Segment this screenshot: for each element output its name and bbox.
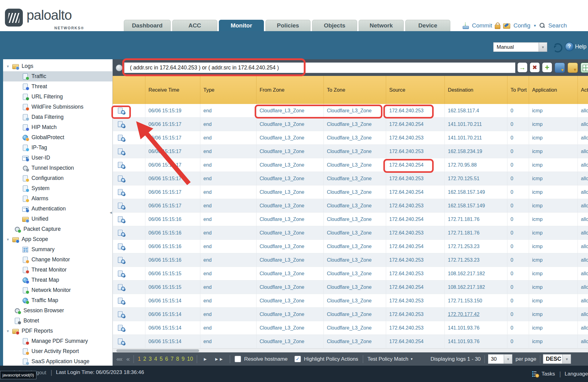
- log-table-row[interactable]: 06/06 15:15:14endCloudflare_L3_ZoneCloud…: [113, 335, 588, 348]
- col-detail[interactable]: [113, 76, 145, 104]
- log-detail-icon[interactable]: [118, 230, 125, 236]
- cell-destination[interactable]: 162.158.157.149: [444, 185, 507, 199]
- log-table-row[interactable]: 06/06 15:15:14endCloudflare_L3_ZoneCloud…: [113, 321, 588, 335]
- cell-source[interactable]: 172.64.240.253: [386, 131, 444, 144]
- sidebar-item-ip-tag[interactable]: IP-Tag: [3, 143, 112, 153]
- cell-type[interactable]: end: [200, 280, 256, 294]
- sidebar-item-user-id[interactable]: User-ID: [3, 153, 112, 163]
- sidebar-item-session-browser[interactable]: Session Browser: [3, 305, 112, 316]
- log-detail-icon[interactable]: [118, 135, 125, 141]
- cell-action[interactable]: allow: [578, 185, 588, 199]
- cell-from-zone[interactable]: Cloudflare_L3_Zone: [256, 199, 323, 212]
- log-detail-icon[interactable]: [118, 243, 125, 250]
- cell-to-port[interactable]: 0: [507, 199, 529, 212]
- log-detail-icon[interactable]: [118, 271, 125, 277]
- cell-source[interactable]: 172.64.240.253: [386, 104, 444, 117]
- cell-source[interactable]: 172.64.240.253: [386, 321, 444, 334]
- page-number-9[interactable]: 9: [181, 356, 185, 362]
- cell-receive-time[interactable]: 06/06 15:15:16: [145, 240, 200, 253]
- add-filter-button[interactable]: +: [542, 63, 552, 72]
- log-table-row[interactable]: 06/06 15:15:14endCloudflare_L3_ZoneCloud…: [113, 308, 588, 321]
- per-page-select[interactable]: 30 ▼: [488, 354, 512, 364]
- log-table-row[interactable]: 06/06 15:15:16endCloudflare_L3_ZoneCloud…: [113, 253, 588, 267]
- cell-to-zone[interactable]: Cloudflare_L3_Zone: [323, 253, 386, 267]
- cell-action[interactable]: allow: [578, 131, 588, 144]
- cell-source[interactable]: 172.64.240.253: [386, 294, 444, 307]
- sidebar-item-traffic-map[interactable]: Traffic Map: [3, 295, 112, 305]
- tree-expander-icon[interactable]: ▼: [6, 238, 12, 241]
- sidebar-item-app-scope[interactable]: ▼App Scope: [3, 234, 112, 244]
- cell-destination[interactable]: 172.70.177.42: [444, 308, 507, 321]
- cell-receive-time[interactable]: 06/06 15:15:16: [145, 253, 200, 267]
- cell-destination[interactable]: 141.101.70.211: [444, 118, 507, 131]
- cell-to-zone[interactable]: Cloudflare_L3_Zone: [323, 145, 386, 158]
- page-number-7[interactable]: 7: [171, 356, 174, 362]
- log-table-row[interactable]: 06/06 15:15:15endCloudflare_L3_ZoneCloud…: [113, 280, 588, 294]
- cell-to-port[interactable]: 0: [507, 226, 529, 239]
- log-detail-icon[interactable]: [118, 216, 125, 222]
- log-table-row[interactable]: 06/06 15:15:17endCloudflare_L3_ZoneCloud…: [113, 145, 588, 158]
- clear-filter-button[interactable]: ✖: [530, 63, 540, 72]
- cell-from-zone[interactable]: Cloudflare_L3_Zone: [256, 294, 323, 307]
- cell-application[interactable]: icmp: [529, 226, 578, 239]
- cell-receive-time[interactable]: 06/06 15:15:14: [145, 294, 200, 307]
- cell-to-zone[interactable]: Cloudflare_L3_Zone: [323, 158, 386, 172]
- cell-application[interactable]: icmp: [529, 267, 578, 280]
- cell-destination[interactable]: 141.101.93.76: [444, 321, 507, 334]
- cell-destination[interactable]: 141.101.70.211: [444, 131, 507, 144]
- sidebar-item-saas-application-usage[interactable]: SaaS Application Usage: [3, 356, 112, 366]
- sidebar-item-data-filtering[interactable]: Data Filtering: [3, 112, 112, 122]
- cell-from-zone[interactable]: Cloudflare_L3_Zone: [256, 335, 323, 348]
- cell-type[interactable]: end: [200, 145, 256, 158]
- cell-to-zone[interactable]: Cloudflare_L3_Zone: [323, 213, 386, 226]
- filter-builder-button[interactable]: [555, 63, 565, 73]
- log-detail-icon[interactable]: [118, 176, 125, 182]
- log-table-row[interactable]: 06/06 15:15:15endCloudflare_L3_ZoneCloud…: [113, 267, 588, 280]
- col-receive-time[interactable]: Receive Time: [145, 76, 200, 104]
- log-table-row[interactable]: 06/06 15:15:17endCloudflare_L3_ZoneCloud…: [113, 118, 588, 131]
- sidebar-item-summary[interactable]: Summary: [3, 244, 112, 255]
- sidebar-item-logs[interactable]: ▼Logs: [3, 61, 112, 71]
- sidebar-item-wildfire-submissions[interactable]: WildFire Submissions: [3, 102, 112, 112]
- cell-action[interactable]: allow: [578, 308, 588, 321]
- cell-to-port[interactable]: 0: [507, 294, 529, 307]
- page-number-6[interactable]: 6: [165, 356, 168, 362]
- page-number-3[interactable]: 3: [149, 356, 152, 362]
- config-caret-icon[interactable]: ▼: [533, 24, 536, 27]
- sidebar-item-url-filtering[interactable]: URL Filtering: [3, 92, 112, 102]
- cell-application[interactable]: icmp: [529, 172, 578, 185]
- sidebar-item-configuration[interactable]: Configuration: [3, 173, 112, 183]
- log-table-row[interactable]: 06/06 15:15:19endCloudflare_L3_ZoneCloud…: [113, 104, 588, 118]
- page-number-8[interactable]: 8: [176, 356, 179, 362]
- cell-application[interactable]: icmp: [529, 118, 578, 131]
- cell-application[interactable]: icmp: [529, 185, 578, 199]
- cell-from-zone[interactable]: Cloudflare_L3_Zone: [256, 253, 323, 267]
- cell-application[interactable]: icmp: [529, 308, 578, 321]
- cell-from-zone[interactable]: Cloudflare_L3_Zone: [256, 213, 323, 226]
- cell-receive-time[interactable]: 06/06 15:15:17: [145, 172, 200, 185]
- cell-application[interactable]: icmp: [529, 131, 578, 144]
- cell-to-port[interactable]: 0: [507, 240, 529, 253]
- cell-action[interactable]: allow: [578, 294, 588, 307]
- cell-from-zone[interactable]: Cloudflare_L3_Zone: [256, 321, 323, 334]
- horizontal-scrollbar[interactable]: [113, 348, 588, 352]
- cell-receive-time[interactable]: 06/06 15:15:15: [145, 280, 200, 294]
- log-table-row[interactable]: 06/06 15:15:17endCloudflare_L3_ZoneCloud…: [113, 199, 588, 213]
- cell-source[interactable]: 172.64.240.254: [386, 118, 444, 131]
- log-detail-icon[interactable]: [118, 257, 125, 263]
- sidebar-item-system[interactable]: System: [3, 183, 112, 193]
- cell-type[interactable]: end: [200, 294, 256, 307]
- cell-application[interactable]: icmp: [529, 321, 578, 334]
- cell-to-zone[interactable]: Cloudflare_L3_Zone: [323, 172, 386, 185]
- cell-destination[interactable]: 172.71.181.76: [444, 213, 507, 226]
- cell-type[interactable]: end: [200, 308, 256, 321]
- export-csv-button[interactable]: [581, 63, 588, 73]
- cell-source[interactable]: 172.64.240.254: [386, 240, 444, 253]
- cell-to-zone[interactable]: Cloudflare_L3_Zone: [323, 267, 386, 280]
- next-page-button[interactable]: ►: [203, 356, 207, 362]
- cell-to-zone[interactable]: Cloudflare_L3_Zone: [323, 280, 386, 294]
- cell-action[interactable]: allow: [578, 226, 588, 239]
- cell-application[interactable]: icmp: [529, 158, 578, 172]
- col-to-port[interactable]: To Port: [507, 76, 529, 104]
- refresh-mode-dropdown-button[interactable]: ▼: [539, 42, 547, 52]
